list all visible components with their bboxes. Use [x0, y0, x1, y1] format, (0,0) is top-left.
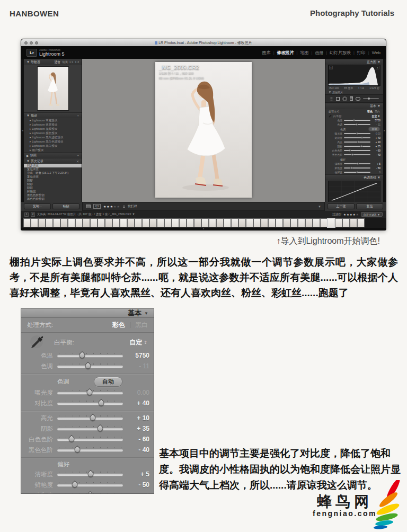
history-item[interactable]: 黑色色阶剪切 — [24, 193, 82, 197]
treatment-bw-mini[interactable]: 黑白 — [375, 110, 380, 113]
adjustment-brush-icon[interactable] — [363, 98, 379, 99]
history-item[interactable]: 黑色色阶剪切 — [24, 197, 82, 201]
histogram[interactable]: ▲ ▲ — [328, 65, 381, 86]
slider-track[interactable] — [57, 392, 123, 394]
slider-thumb[interactable] — [97, 399, 105, 407]
slider-highlights[interactable]: 高光 + 10 — [21, 413, 154, 423]
tone-curve-header[interactable]: 色调曲线 ▼ — [325, 174, 383, 180]
wb-preset-mini[interactable]: 自定 ⇕ — [371, 114, 380, 118]
close-window-icon[interactable] — [24, 41, 28, 45]
filmstrip-thumb[interactable] — [39, 219, 45, 227]
add-preset-icon[interactable]: + — [77, 114, 79, 117]
auto-tone-button-mini[interactable]: 自动 — [368, 127, 380, 131]
filmstrip-thumb[interactable] — [150, 219, 156, 227]
filmstrip-thumb[interactable] — [321, 219, 327, 227]
lr-mini-slider-3[interactable]: 对比度+ 40 — [325, 136, 383, 140]
slider-thumb[interactable] — [78, 351, 86, 360]
filmstrip-source-path[interactable]: 文件夹: 2014-04-07 52 张照片（共 107 张）/ 选定 1 张 … — [37, 212, 135, 216]
filmstrip-thumb[interactable] — [313, 219, 320, 227]
clear-history-icon[interactable]: ✕ — [76, 159, 79, 163]
lr-mini-slider-2[interactable]: 曝光度0.00 — [325, 131, 383, 136]
slider-track[interactable] — [57, 365, 123, 368]
filter-preset-dropdown[interactable]: 自定过滤器 ▼ — [361, 212, 383, 217]
graduated-filter-icon[interactable] — [350, 96, 353, 101]
filmstrip-thumb[interactable] — [343, 219, 349, 227]
navigator-header[interactable]: ▼ 导航器 适合 填满 1:1 1:3 — [24, 59, 82, 65]
filmstrip-thumb[interactable] — [24, 219, 30, 227]
filmstrip-thumb[interactable] — [61, 219, 67, 227]
preset-item[interactable]: ▸ Lightroom 黑白滤镜预设 — [24, 135, 82, 139]
filmstrip-thumb[interactable] — [187, 219, 193, 227]
slider-thumb[interactable] — [89, 414, 97, 422]
slider-thumb[interactable] — [86, 491, 94, 493]
preset-item[interactable]: ▸ Lightroom 黑白预设 — [24, 144, 82, 148]
previous-button[interactable]: 上一张 — [328, 203, 355, 209]
slider-track[interactable] — [57, 417, 123, 420]
slider-track[interactable] — [57, 484, 123, 486]
filmstrip-thumb[interactable] — [350, 219, 357, 227]
filmstrip-thumb[interactable] — [165, 219, 171, 227]
slider-shadows[interactable]: 阴影 + 35 — [21, 423, 154, 434]
lr-mini-slider-4[interactable]: 高光+ 10 — [325, 140, 383, 144]
rating-stars[interactable]: ★★★★★ — [103, 205, 120, 208]
history-item[interactable]: 鲜艳度 — [24, 190, 82, 193]
slider-thumb[interactable] — [96, 424, 104, 433]
slider-track[interactable] — [57, 449, 123, 451]
lr-mini-slider-9[interactable]: 鲜艳度- 50 — [325, 166, 383, 170]
slider-thumb[interactable] — [74, 446, 82, 454]
white-balance-eyedropper-icon[interactable] — [29, 335, 45, 350]
before-after-icon[interactable]: Y|Y — [93, 204, 101, 209]
presets-header[interactable]: ▼ 预设 + — [24, 112, 82, 118]
crop-tool-icon[interactable] — [336, 97, 340, 101]
filmstrip-thumb[interactable] — [269, 219, 275, 227]
navigator-zoom-options[interactable]: 适合 填满 1:1 1:3 — [55, 60, 79, 64]
lr-mini-slider-10[interactable]: 饱和度0 — [325, 170, 383, 174]
filmstrip-thumb[interactable] — [224, 219, 231, 227]
lr-mini-slider-6[interactable]: 白色色阶- 60 — [325, 148, 383, 153]
filmstrip-thumb[interactable] — [46, 219, 52, 227]
original-photo-toggle[interactable]: 原始照片 — [325, 90, 383, 94]
filmstrip-thumb[interactable] — [120, 219, 127, 227]
filmstrip-thumb[interactable] — [209, 219, 216, 227]
preset-item[interactable]: ▸ Lightroom 视频预设 — [24, 127, 82, 131]
preset-item[interactable]: ▸ Lightroom 常规预设 — [24, 118, 82, 122]
filmstrip-thumb[interactable] — [172, 219, 179, 227]
module-book[interactable]: 画册 — [315, 50, 323, 56]
basic-panel-header-mini[interactable]: 基本 ▼ — [325, 103, 383, 109]
filmstrip-thumb[interactable] — [76, 219, 82, 227]
filmstrip-thumb[interactable] — [232, 219, 238, 227]
filmstrip-thumb[interactable] — [135, 219, 141, 227]
slider-exposure[interactable]: 曝光度 0.00 — [21, 387, 154, 398]
filmstrip-thumb[interactable] — [328, 219, 334, 227]
add-snapshot-icon[interactable]: + — [77, 154, 79, 157]
histogram-header[interactable]: 直方图 ▼ — [325, 59, 383, 65]
filmstrip-thumb[interactable] — [254, 219, 260, 227]
preset-item[interactable]: ▸ 用户预设 — [24, 148, 82, 152]
filmstrip-thumb[interactable] — [157, 219, 164, 227]
filmstrip-thumb[interactable] — [68, 219, 75, 227]
filmstrip-thumb[interactable] — [128, 219, 134, 227]
slider-track[interactable] — [57, 438, 123, 441]
module-map[interactable]: 地图 — [300, 50, 308, 56]
reset-button[interactable]: 复位 — [356, 203, 383, 209]
filter-stars[interactable]: ★★★★★ — [343, 213, 359, 216]
slider-blacks[interactable]: 黑色色阶 - 40 — [21, 445, 154, 455]
toolbar-options-icon[interactable]: ▼ — [318, 205, 321, 208]
lr-mini-slider-8[interactable]: 清晰度+ 5 — [325, 162, 383, 166]
filmstrip-thumb[interactable] — [335, 219, 342, 227]
highlight-clipping-icon[interactable]: ▲ — [376, 66, 379, 69]
right-panel-collapse-icon[interactable]: ▸ — [383, 59, 386, 202]
history-item[interactable]: 复位设置 — [24, 167, 82, 171]
navigator-preview[interactable] — [24, 65, 82, 112]
filmstrip-thumb[interactable] — [83, 219, 90, 227]
slider-thumb[interactable] — [84, 362, 92, 370]
zoom-window-icon[interactable] — [35, 41, 38, 45]
filmstrip-thumb[interactable] — [113, 219, 119, 227]
slider-thumb[interactable] — [67, 435, 76, 444]
copy-settings-button[interactable]: 复制... — [24, 203, 51, 209]
lr-mini-slider-1[interactable]: 色调- 11 — [325, 122, 383, 127]
module-print[interactable]: 打印 — [357, 50, 366, 56]
filmstrip-thumb[interactable] — [291, 219, 297, 227]
filmstrip-thumb[interactable] — [143, 219, 149, 227]
filmstrip-thumb[interactable] — [239, 219, 245, 227]
